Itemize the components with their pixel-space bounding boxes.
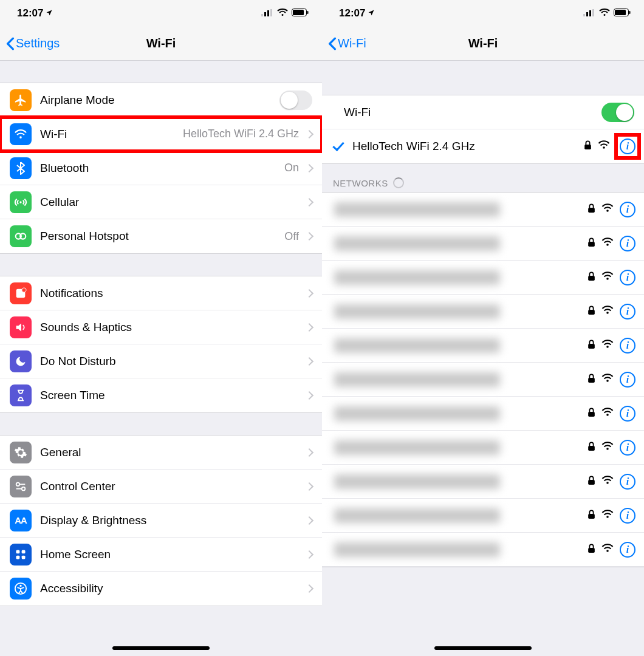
network-name-blurred: [334, 440, 500, 455]
svg-rect-42: [588, 378, 595, 383]
nav-bar: Settings Wi-Fi: [0, 27, 322, 61]
network-name-blurred: [334, 338, 500, 353]
network-row[interactable]: i: [322, 193, 644, 227]
homescreen-icon: [10, 544, 32, 565]
info-button[interactable]: i: [620, 372, 635, 388]
svg-rect-29: [629, 11, 631, 14]
row-general[interactable]: General: [0, 436, 322, 470]
wifi-signal-icon: [601, 340, 614, 351]
airplane-toggle[interactable]: [279, 91, 312, 110]
row-notifications[interactable]: Notifications: [0, 276, 322, 310]
home-indicator[interactable]: [434, 646, 532, 650]
row-label: Sounds & Haptics: [40, 321, 301, 334]
chevron-icon: [305, 289, 313, 297]
settings-group-2: Notifications Sounds & Haptics Do Not Di…: [0, 276, 322, 413]
info-button[interactable]: i: [620, 542, 635, 558]
info-button[interactable]: i: [620, 138, 635, 154]
row-bluetooth[interactable]: Bluetooth On: [0, 151, 322, 185]
lock-icon: [587, 442, 595, 454]
svg-point-47: [606, 448, 609, 450]
row-homescreen[interactable]: Home Screen: [0, 538, 322, 572]
row-screentime[interactable]: Screen Time: [0, 378, 322, 412]
screentime-icon: [10, 384, 32, 406]
chevron-icon: [305, 129, 313, 138]
settings-group-3: General Control Center AA Display & Brig…: [0, 435, 322, 606]
lock-icon: [587, 340, 595, 352]
network-name-blurred: [334, 406, 500, 421]
wifi-screen: 12:07 Wi-Fi Wi-Fi Wi-Fi: [322, 0, 644, 656]
info-button[interactable]: i: [620, 508, 635, 524]
svg-rect-34: [588, 242, 595, 247]
wifi-status-icon: [277, 7, 288, 19]
row-hotspot[interactable]: Personal Hotspot Off: [0, 219, 322, 253]
wifi-signal-icon: [601, 203, 614, 215]
chevron-icon: [305, 357, 313, 365]
info-button[interactable]: i: [620, 270, 635, 285]
wifi-signal-icon: [601, 476, 614, 487]
row-accessibility[interactable]: Accessibility: [0, 572, 322, 606]
row-label: Wi-Fi: [40, 128, 183, 141]
lock-icon: [587, 476, 595, 488]
svg-point-9: [19, 201, 21, 203]
status-time: 12:07: [339, 7, 365, 19]
row-control-center[interactable]: Control Center: [0, 470, 322, 504]
network-row[interactable]: i: [322, 329, 644, 363]
back-button[interactable]: Settings: [6, 36, 60, 50]
back-button[interactable]: Wi-Fi: [328, 36, 366, 50]
network-row[interactable]: i: [322, 465, 644, 499]
home-indicator[interactable]: [112, 646, 210, 650]
info-button[interactable]: i: [620, 338, 635, 354]
svg-point-14: [16, 482, 20, 486]
row-sounds[interactable]: Sounds & Haptics: [0, 310, 322, 344]
networks-label: NETWORKS: [333, 178, 388, 188]
network-row[interactable]: i: [322, 431, 644, 465]
network-name-blurred: [334, 372, 500, 387]
svg-rect-0: [261, 14, 263, 16]
dnd-icon: [10, 350, 32, 372]
svg-point-51: [606, 516, 609, 518]
spinner-icon: [393, 177, 404, 188]
networks-list: i i i: [322, 192, 644, 567]
svg-rect-16: [16, 550, 20, 553]
row-wifi-toggle[interactable]: Wi-Fi: [322, 95, 644, 129]
row-label: Home Screen: [40, 548, 301, 561]
svg-point-35: [606, 244, 609, 246]
svg-point-53: [606, 550, 609, 552]
row-display[interactable]: AA Display & Brightness: [0, 504, 322, 538]
wifi-signal-icon: [601, 306, 614, 317]
network-row[interactable]: i: [322, 295, 644, 329]
network-name-blurred: [334, 236, 500, 251]
row-wifi[interactable]: Wi-Fi HelloTech WiFi 2.4 GHz: [0, 117, 322, 151]
info-button[interactable]: i: [620, 304, 635, 319]
info-button[interactable]: i: [620, 236, 635, 251]
network-name-blurred: [334, 508, 500, 523]
chevron-icon: [305, 516, 313, 524]
info-button[interactable]: i: [620, 406, 635, 422]
info-button[interactable]: i: [620, 474, 635, 490]
network-row[interactable]: i: [322, 533, 644, 567]
status-bar: 12:07: [0, 0, 322, 27]
wifi-toggle[interactable]: [601, 103, 634, 122]
network-name-blurred: [334, 474, 500, 489]
svg-rect-23: [586, 12, 588, 16]
info-button[interactable]: i: [620, 202, 635, 217]
settings-screen: 12:07 Settings Wi-Fi: [0, 0, 322, 656]
svg-rect-19: [22, 555, 26, 559]
row-label: General: [40, 446, 301, 459]
wifi-signal-icon: [601, 272, 614, 283]
row-dnd[interactable]: Do Not Disturb: [0, 344, 322, 378]
chevron-icon: [305, 448, 313, 456]
network-row[interactable]: i: [322, 363, 644, 397]
status-time: 12:07: [17, 7, 43, 19]
info-button[interactable]: i: [620, 440, 635, 456]
network-row[interactable]: i: [322, 499, 644, 533]
svg-point-4: [282, 14, 284, 16]
row-connected-network[interactable]: HelloTech WiFi 2.4 GHz i: [322, 129, 644, 163]
row-cellular[interactable]: Cellular: [0, 185, 322, 219]
network-row[interactable]: i: [322, 261, 644, 295]
row-label: Control Center: [40, 480, 301, 493]
network-row[interactable]: i: [322, 227, 644, 261]
info-button-highlight: i: [616, 135, 639, 158]
network-row[interactable]: i: [322, 397, 644, 431]
row-airplane-mode[interactable]: Airplane Mode: [0, 83, 322, 117]
